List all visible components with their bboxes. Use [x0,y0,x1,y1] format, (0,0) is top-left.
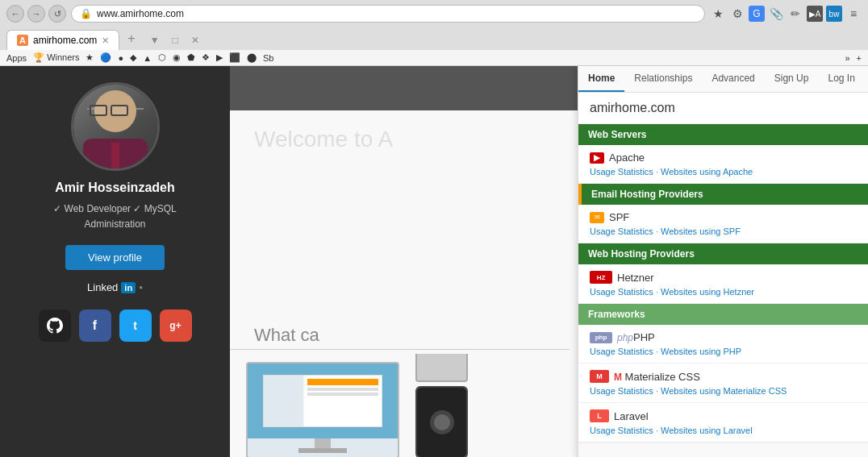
welcome-text: Welcome to A [254,127,393,152]
php-icon: php [590,332,612,343]
bookmarks-bar: Apps 🏆 Winners ★ 🔵 ● ◆ ▲ ⬡ ◉ ⬟ ❖ ▶ ⬛ ⬤ S… [0,50,868,66]
star-icon[interactable]: ★ [710,6,726,22]
plus-icon[interactable]: + [857,53,862,63]
tab-title: amirhome.com [33,35,97,46]
tab-menu-icon[interactable]: ▼ [144,31,166,50]
hetzner-usage-link[interactable]: Usage Statistics [590,287,653,297]
save-icon[interactable]: 📎 [768,6,784,22]
social-icons: f t g+ [39,310,192,342]
nav-buttons: ← → ↺ [6,5,66,23]
laravel-icon: L [590,409,609,422]
new-tab-button[interactable]: + [119,27,143,50]
bookmark-apps[interactable]: Apps [6,53,27,63]
nav-relationships[interactable]: Relationships [624,66,702,92]
device-monitor [246,362,399,457]
bookmark-11[interactable]: ⬤ [247,52,257,63]
profile-skills: ✓ Web Developer ✓ MySQL Administration [53,201,177,232]
url-text: www.amirhome.com [97,8,696,19]
nav-advanced[interactable]: Advanced [702,66,764,92]
profile-sidebar: Amir Hosseinzadeh ✓ Web Developer ✓ MySQ… [0,66,230,457]
main-content: Welcome to A What ca [230,66,868,457]
tab-close-icon[interactable]: ✕ [102,35,109,46]
dropdown-panel: Home Relationships Advanced Sign Up Log … [578,66,868,457]
profile-name: Amir Hosseinzadeh [55,181,174,195]
php-links: Usage Statistics · Websites using PHP [590,347,857,356]
spf-name: SPF [609,211,629,223]
materialize-name: M Materialize CSS [614,371,700,383]
apache-websites-link[interactable]: Websites using Apache [661,167,753,177]
apache-usage-link[interactable]: Usage Statistics [590,167,653,177]
twitter-icon[interactable]: t [119,310,152,342]
laravel-usage-link[interactable]: Usage Statistics [590,426,653,435]
spf-links: Usage Statistics · Websites using SPF [590,226,857,236]
avatar [71,82,160,171]
linkedin-text: Linked [87,281,118,293]
dropdown-footer [578,442,868,457]
edit-icon[interactable]: ✏ [787,6,803,22]
active-tab[interactable]: A amirhome.com ✕ [6,30,119,50]
nav-signup[interactable]: Sign Up [765,66,819,92]
bookmark-icon[interactable]: bw [826,6,842,22]
apache-icon: ▶ [590,152,604,164]
view-profile-button[interactable]: View profile [65,245,165,270]
linkedin-row: Linked in ● [87,281,143,293]
capture-icon[interactable]: ▶A [807,6,823,22]
bookmark-1[interactable]: 🔵 [100,52,111,63]
materialize-item: M M Materialize CSS Usage Statistics · W… [578,364,868,403]
bookmark-2[interactable]: ● [118,53,123,63]
bookmark-3[interactable]: ◆ [130,52,136,63]
bookmark-4[interactable]: ▲ [143,53,152,63]
php-websites-link[interactable]: Websites using PHP [661,347,741,356]
bookmark-winners[interactable]: 🏆 Winners [33,52,79,63]
nav-home[interactable]: Home [578,66,624,92]
laravel-name: Laravel [614,410,649,422]
hetzner-websites-link[interactable]: Websites using Hetzner [661,287,754,297]
php-name: phpPHP [617,331,655,343]
materialize-usage-link[interactable]: Usage Statistics [590,386,653,396]
settings-icon[interactable]: ⚙ [729,6,745,22]
domain-title: amirhome.com [578,93,868,124]
spf-usage-link[interactable]: Usage Statistics [590,226,653,236]
spf-websites-link[interactable]: Websites using SPF [661,226,741,236]
spf-item: ✉ SPF Usage Statistics · Websites using … [578,205,868,243]
dropdown-nav: Home Relationships Advanced Sign Up Log … [578,66,868,93]
linkedin-dot: ● [139,284,143,291]
materialize-icon: M [590,370,609,383]
translate-icon[interactable]: G [749,6,765,22]
hetzner-item: HZ Hetzner Usage Statistics · Websites u… [578,264,868,304]
materialize-websites-link[interactable]: Websites using Materialize CSS [661,386,787,396]
back-button[interactable]: ← [6,5,24,23]
tab-bar: A amirhome.com ✕ + ▼ □ ✕ [0,27,868,50]
facebook-icon[interactable]: f [79,310,111,342]
apache-item: ▶ Apache Usage Statistics · Websites usi… [578,145,868,184]
bookmark-9[interactable]: ▶ [216,52,223,63]
more-icon[interactable]: ≡ [845,6,862,22]
address-bar[interactable]: 🔒 www.amirhome.com [71,5,705,23]
devices-area [230,354,578,457]
hetzner-name: Hetzner [617,272,654,284]
github-icon[interactable] [39,310,71,342]
tab-extra-icon[interactable]: □ [166,31,185,50]
apache-links: Usage Statistics · Websites using Apache [590,167,857,177]
nav-login[interactable]: Log In [818,66,864,92]
frameworks-header: Frameworks [578,304,868,325]
browser-chrome: ← → ↺ 🔒 www.amirhome.com ★ ⚙ G 📎 ✏ ▶A bw… [0,0,868,66]
bookmark-5[interactable]: ⬡ [158,52,166,63]
laravel-websites-link[interactable]: Websites using Laravel [661,426,753,435]
googleplus-icon[interactable]: g+ [160,310,192,342]
bookmark-7[interactable]: ⬟ [187,52,195,63]
bookmark-6[interactable]: ◉ [173,52,181,63]
spf-icon: ✉ [590,212,604,223]
bookmark-more-icon[interactable]: » [845,53,849,63]
php-usage-link[interactable]: Usage Statistics [590,347,653,356]
page-area: Amir Hosseinzadeh ✓ Web Developer ✓ MySQ… [0,66,868,457]
bookmark-12[interactable]: Sb [263,53,273,63]
bookmark-star[interactable]: ★ [86,52,94,63]
php-item: php phpPHP Usage Statistics · Websites u… [578,325,868,364]
forward-button[interactable]: → [27,5,45,23]
tab-favicon: A [17,35,28,46]
bookmark-8[interactable]: ❖ [202,52,210,63]
close-browser-icon[interactable]: ✕ [185,31,206,50]
reload-button[interactable]: ↺ [48,5,66,23]
bookmark-10[interactable]: ⬛ [229,52,240,63]
